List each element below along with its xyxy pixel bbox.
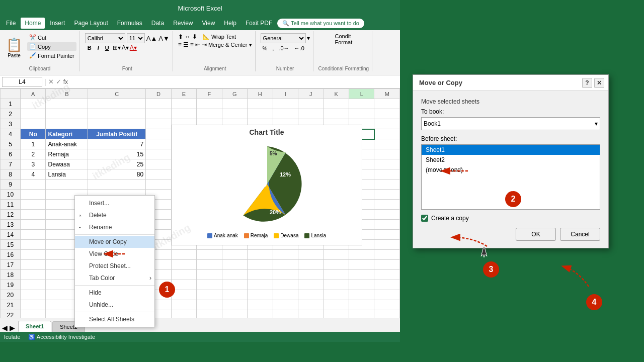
listbox-item-sheet2[interactable]: Sheet2 <box>422 155 600 165</box>
ctx-view-code[interactable]: View Code <box>75 248 154 260</box>
create-copy-checkbox[interactable] <box>421 215 428 222</box>
legend-dot-dewasa <box>274 233 279 238</box>
col-header-h[interactable]: H <box>248 89 273 99</box>
chart-container[interactable]: Chart Title 63% 20% 12% 5% <box>171 125 362 245</box>
menu-foxit[interactable]: Foxit PDF <box>242 18 276 29</box>
number-dropdown-icon[interactable]: ▾ <box>307 35 310 42</box>
legend-dewasa: Dewasa <box>274 233 298 238</box>
increase-font-icon[interactable]: A▲ <box>146 35 157 42</box>
paste-button[interactable]: 📋 Paste <box>3 33 25 62</box>
menu-review[interactable]: Review <box>169 18 197 29</box>
ctx-insert[interactable]: Insert... <box>75 197 154 209</box>
ctx-unhide[interactable]: Unhide... <box>75 299 154 311</box>
ctx-rename[interactable]: ●Rename <box>75 221 154 233</box>
align-left-icon[interactable]: ≡ <box>178 41 182 48</box>
dialog-body: Move selected sheets To book: Book1 ▾ Be… <box>413 91 608 248</box>
indent-decrease-icon[interactable]: ⇤ <box>195 41 200 48</box>
formula-fx-icon[interactable]: fx <box>63 78 68 85</box>
app-title: Microsoft Excel <box>4 5 396 12</box>
formula-input[interactable] <box>70 78 398 85</box>
format-painter-button[interactable]: 🖌️ Format Painter <box>27 51 76 60</box>
bold-button[interactable]: B <box>85 44 94 51</box>
ctx-tab-color[interactable]: Tab Color › <box>75 272 154 284</box>
font-family-select[interactable]: Calibri <box>85 33 125 43</box>
ctx-move-or-copy[interactable]: Move or Copy <box>75 236 154 248</box>
col-header-e[interactable]: E <box>171 89 196 99</box>
ctx-select-all-sheets[interactable]: Select All Sheets <box>75 313 154 325</box>
chart-legend: Anak-anak Remaja Dewasa Lansia <box>172 233 362 238</box>
menu-insert[interactable]: Insert <box>46 18 69 29</box>
pct-lansia: 63% <box>255 181 267 188</box>
ctx-hide[interactable]: Hide <box>75 287 154 299</box>
prev-sheet-btn[interactable]: ◀ <box>2 324 8 332</box>
legend-label-dewasa: Dewasa <box>280 233 298 238</box>
col-header-f[interactable]: F <box>197 89 222 99</box>
next-sheet-btn[interactable]: ▶ <box>10 324 15 332</box>
clipboard-group-label: Clipboard <box>29 65 50 71</box>
fill-color-icon[interactable]: A▾ <box>122 44 129 51</box>
col-header-b[interactable]: B <box>46 89 88 99</box>
decrease-decimal-icon[interactable]: ←.0 <box>292 44 306 52</box>
wrap-text-button[interactable]: 📐 Wrap Text <box>203 34 236 40</box>
align-middle-icon[interactable]: ↔ <box>185 33 191 40</box>
menu-data[interactable]: Data <box>147 18 168 29</box>
ctx-protect-sheet[interactable]: Protect Sheet... <box>75 260 154 272</box>
chart-title: Chart Title <box>172 128 362 136</box>
menu-home[interactable]: Home <box>21 18 45 29</box>
col-header-i[interactable]: I <box>273 89 298 99</box>
ribbon-group-clipboard: 📋 Paste ✂️ Cut 📄 Copy 🖌️ Format Painter … <box>2 31 80 71</box>
conditional-format-button[interactable]: ConditFormat <box>335 33 352 45</box>
col-header-c[interactable]: C <box>88 89 146 99</box>
menu-formulas[interactable]: Formulas <box>113 18 146 29</box>
menu-file[interactable]: File <box>2 18 20 29</box>
percent-icon[interactable]: % <box>261 44 270 52</box>
copy-button[interactable]: 📄 Copy <box>27 42 76 51</box>
decrease-font-icon[interactable]: A▼ <box>158 35 170 42</box>
col-header-a[interactable]: A <box>21 89 46 99</box>
col-header-g[interactable]: G <box>222 89 247 99</box>
create-copy-row: Create a copy <box>421 215 600 222</box>
border-icon[interactable]: ⊞▾ <box>113 44 121 51</box>
listbox-item-sheet1[interactable]: Sheet1 <box>422 145 600 155</box>
indent-increase-icon[interactable]: ⇥ <box>202 41 207 48</box>
underline-button[interactable]: U <box>103 44 112 51</box>
cut-button[interactable]: ✂️ Cut <box>27 33 76 42</box>
formula-cancel-icon[interactable]: ✕ <box>48 78 54 85</box>
menu-help[interactable]: Help <box>220 18 240 29</box>
col-header-d[interactable]: D <box>146 89 171 99</box>
menu-view[interactable]: View <box>198 18 219 29</box>
cancel-button[interactable]: Cancel <box>560 228 600 241</box>
ok-button[interactable]: OK <box>516 228 556 241</box>
dialog-help-button[interactable]: ? <box>582 78 592 88</box>
col-header-j[interactable]: J <box>298 89 324 99</box>
align-center-icon[interactable]: ☰ <box>183 41 189 48</box>
comma-icon[interactable]: , <box>270 44 276 52</box>
italic-button[interactable]: I <box>95 44 102 51</box>
menu-page-layout[interactable]: Page Layout <box>70 18 112 29</box>
align-right-icon[interactable]: ≡ <box>190 41 194 48</box>
align-top-icon[interactable]: ⬆ <box>178 33 183 40</box>
dialog-close-button[interactable]: ✕ <box>594 78 604 88</box>
ctx-separator-1 <box>75 234 154 235</box>
ribbon-group-alignment: ⬆ ↔ ⬇ 📐 Wrap Text ≡ ☰ ≡ ⇤ ⇥ Merge & Cent… <box>177 31 256 71</box>
name-box[interactable] <box>2 77 42 87</box>
header-no[interactable]: No <box>21 129 46 139</box>
col-header-m[interactable]: M <box>374 89 400 99</box>
formula-confirm-icon[interactable]: ✓ <box>56 78 61 85</box>
merge-center-button[interactable]: Merge & Center ▾ <box>208 42 252 48</box>
table-row: 2 <box>1 109 400 119</box>
tell-me-input[interactable]: 🔍 Tell me what you want to do <box>277 19 364 28</box>
header-kategori[interactable]: Kategori <box>46 129 88 139</box>
col-header-k[interactable]: K <box>324 89 349 99</box>
font-color-icon[interactable]: A▾ <box>130 44 137 51</box>
ctx-delete[interactable]: ✕Delete <box>75 209 154 221</box>
align-bottom-icon[interactable]: ⬇ <box>192 33 197 40</box>
increase-decimal-icon[interactable]: .0→ <box>277 44 291 52</box>
to-book-select[interactable]: Book1 ▾ <box>421 117 600 130</box>
number-format-select[interactable]: General <box>261 33 306 43</box>
font-size-select[interactable]: 11 <box>127 33 145 43</box>
header-jumlah[interactable]: Jumlah Positif <box>88 129 146 139</box>
col-header-l[interactable]: L <box>349 89 374 99</box>
listbox-item-move-to-end[interactable]: (move to end) <box>422 165 600 175</box>
sheet-tab-1[interactable]: Sheet1 <box>18 321 51 332</box>
